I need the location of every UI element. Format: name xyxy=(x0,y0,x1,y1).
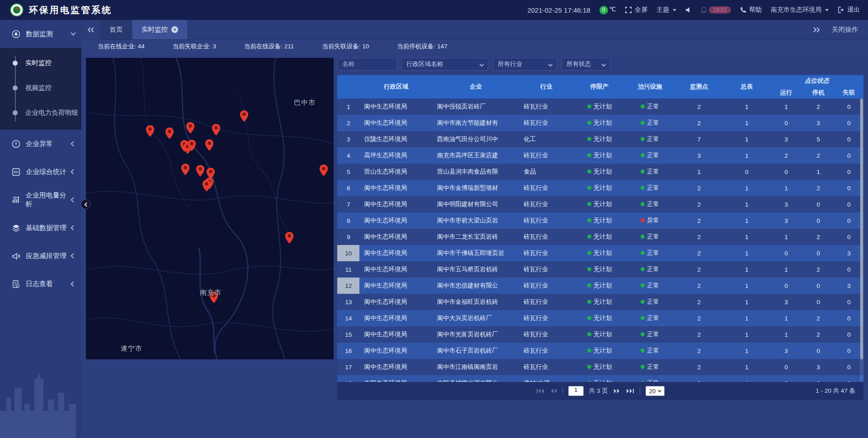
content: 巴中市南充市遂宁市 名称 行政区域名称 所有行业 xyxy=(81,53,868,438)
prev-page-icon xyxy=(550,388,557,394)
next-page-icon xyxy=(613,388,621,394)
table-row[interactable]: 1阆中生态环境局阆中强锐页岩砖厂砖瓦行业无计划正常21120 xyxy=(337,99,863,115)
datetime: 2021-02-25 17:46:18 xyxy=(527,6,590,14)
page-number-input[interactable]: 1 xyxy=(568,386,584,396)
col-stopped: 停机 xyxy=(802,87,834,99)
table-row[interactable]: 14阆中生态环境局阆中大兴页岩机砖厂砖瓦行业无计划正常21120 xyxy=(337,310,863,326)
org-dropdown[interactable]: 南充市生态环境局 xyxy=(771,6,829,14)
sidebar-item-realtime-monitor[interactable]: 实时监控 xyxy=(0,51,81,75)
table-row[interactable]: 7阆中生态环境局阆中明阳建材有限公司砖瓦行业无计划正常21300 xyxy=(337,196,863,212)
table-row[interactable]: 2阆中生态环境局阆中市南方节能建材有砖瓦行业无计划正常21030 xyxy=(337,115,863,131)
map-pin-icon[interactable] xyxy=(204,139,214,153)
sidebar-item-power-analysis[interactable]: 企业用电量分析 xyxy=(0,186,81,214)
col-industry: 行业 xyxy=(519,75,573,99)
map-pin-icon[interactable] xyxy=(319,164,329,179)
table-row[interactable]: 15阆中生态环境局阆中市光富页岩机砖厂砖瓦行业无计划正常21120 xyxy=(337,326,863,343)
tabs-scroll-left-button[interactable] xyxy=(81,20,100,39)
sidebar-item-basic-data[interactable]: 基础数据管理 xyxy=(0,214,81,242)
industry-select[interactable]: 所有行业 xyxy=(493,58,557,71)
tab-realtime-monitor[interactable]: 实时监控 × xyxy=(132,20,187,39)
table-body: 1阆中生态环境局阆中强锐页岩砖厂砖瓦行业无计划正常211202阆中生态环境局阆中… xyxy=(337,99,863,382)
table-row[interactable]: 17阆中生态环境局阆中市江南镇阆南页岩砖瓦行业无计划正常21030 xyxy=(337,359,863,375)
status-dot xyxy=(587,202,591,206)
chevron-left-icon xyxy=(71,253,75,258)
close-operations-button[interactable]: 关闭操作 xyxy=(832,25,858,34)
chevron-left-icon xyxy=(71,169,75,174)
status-dot xyxy=(641,267,645,271)
status-dot xyxy=(641,121,645,125)
sound-button[interactable] xyxy=(685,7,692,13)
notifications[interactable]: 2632 xyxy=(701,6,731,14)
col-region: 行政区域 xyxy=(359,75,432,99)
enterprise-table: 行政区域 企业 行业 停限产 治污设施 监测点 总表 点位状态 xyxy=(337,75,863,382)
sidebar-item-data-monitoring[interactable]: 数据监测 xyxy=(0,20,81,48)
table-row[interactable]: 3仪陇生态环境局西南油气田分公司川中化工无计划正常71350 xyxy=(337,131,863,147)
map-pin-icon[interactable] xyxy=(187,139,196,154)
last-page-button[interactable] xyxy=(626,388,634,394)
status-dot xyxy=(587,332,591,336)
map-pin-icon[interactable] xyxy=(202,179,211,194)
col-running: 运行 xyxy=(770,87,802,99)
name-search-input[interactable]: 名称 xyxy=(337,58,397,71)
status-dot xyxy=(587,300,591,304)
chevron-left-icon xyxy=(71,141,75,146)
table-row[interactable]: 5营山生态环境局营山县润丰肉食品有限食品无计划正常10010 xyxy=(337,164,863,180)
sidebar-item-video-monitor[interactable]: 视频监控 xyxy=(0,75,81,100)
table-row[interactable]: 9阆中生态环境局阆中市二龙长宝页岩砖砖瓦行业无计划正常21120 xyxy=(337,229,863,245)
notification-count-badge: 2632 xyxy=(709,6,731,14)
page-size-select[interactable]: 20 xyxy=(646,386,665,396)
skyline-decoration xyxy=(0,361,81,438)
map-panel[interactable]: 巴中市南充市遂宁市 xyxy=(86,58,334,359)
status-select[interactable]: 所有状态 xyxy=(561,58,610,71)
summary-icon xyxy=(12,168,20,176)
table-row[interactable]: 10阆中生态环境局阆中市千佛镇五郎垭页岩砖瓦行业无计划正常21003 xyxy=(337,245,863,261)
logout-button[interactable]: 退出 xyxy=(838,6,860,14)
next-page-button[interactable] xyxy=(613,388,621,394)
theme-dropdown[interactable]: 主题 xyxy=(656,6,676,14)
sidebar-item-company-statistics[interactable]: 企业综合统计 xyxy=(0,158,81,186)
sidebar-item-power-load-detail[interactable]: 企业电力负荷明细 xyxy=(0,100,81,125)
chevron-down-icon xyxy=(658,388,661,392)
stats-bar: 当前在线企业:44当前失联企业:3当前在线设备:211当前失联设备:10当前停机… xyxy=(81,40,868,53)
status-dot xyxy=(641,170,645,174)
status-dot xyxy=(641,104,645,108)
sidebar-item-company-abnormal[interactable]: 企业异常 xyxy=(0,130,81,158)
table-row[interactable]: 4高坪生态环境局南充市高坪区王家店建砖瓦行业无计划正常31220 xyxy=(337,147,863,164)
close-icon[interactable]: × xyxy=(171,26,178,33)
region-select[interactable]: 行政区域名称 xyxy=(401,58,488,71)
help-button[interactable]: 帮助 xyxy=(740,6,762,14)
table-row[interactable]: 18南部生态环境局南部县雄狮水泥有限公建材|水泥无计划正常21060 xyxy=(337,375,863,382)
phone-icon xyxy=(740,7,746,13)
status-dot xyxy=(641,137,645,141)
map-pin-icon[interactable] xyxy=(284,231,294,246)
status-dot xyxy=(641,283,645,287)
prev-page-button[interactable] xyxy=(550,388,557,394)
map-pin-icon[interactable] xyxy=(240,110,249,124)
fullscreen-button[interactable]: 全屏 xyxy=(625,6,647,14)
map-city-label: 南充市 xyxy=(200,288,222,297)
table-scrollbar[interactable] xyxy=(860,99,863,382)
map-pin-icon[interactable] xyxy=(186,122,195,136)
fullscreen-icon xyxy=(625,6,632,14)
col-points: 监测点 xyxy=(675,75,724,99)
map-pin-icon[interactable] xyxy=(196,165,205,179)
first-page-button[interactable] xyxy=(536,388,544,394)
tab-home[interactable]: 首页 xyxy=(100,20,132,39)
double-chevron-right-icon[interactable] xyxy=(813,27,820,33)
table-row[interactable]: 11阆中生态环境局阆中市五马桥页岩机砖砖瓦行业无计划正常21120 xyxy=(337,261,863,278)
status-dot xyxy=(587,137,591,141)
status-dot xyxy=(641,251,645,255)
map-pin-icon[interactable] xyxy=(145,125,155,139)
status-dot xyxy=(587,186,591,190)
double-chevron-left-icon xyxy=(87,27,94,33)
table-row[interactable]: 12阆中生态环境局阆中市忠信建材有限公砖瓦行业无计划正常21003 xyxy=(337,278,863,294)
table-row[interactable]: 16阆中生态环境局阆中市石子页岩机砖厂砖瓦行业无计划正常21300 xyxy=(337,343,863,359)
map-pin-icon[interactable] xyxy=(165,127,175,141)
table-row[interactable]: 13阆中生态环境局阆中市金福旺页岩机砖砖瓦行业无计划正常21300 xyxy=(337,294,863,310)
map-pin-icon[interactable] xyxy=(180,163,190,178)
sidebar-item-log-view[interactable]: 日志查看 xyxy=(0,270,81,298)
table-row[interactable]: 6阆中生态环境局阆中市金博瑞新型墙材砖瓦行业无计划正常21120 xyxy=(337,180,863,196)
map-pin-icon[interactable] xyxy=(212,123,221,138)
sidebar-item-emergency-reduction[interactable]: 应急减排管理 xyxy=(0,242,81,270)
table-row[interactable]: 8阆中生态环境局阆中市枣碧大梁山页岩砖瓦行业无计划异常21300 xyxy=(337,212,863,229)
